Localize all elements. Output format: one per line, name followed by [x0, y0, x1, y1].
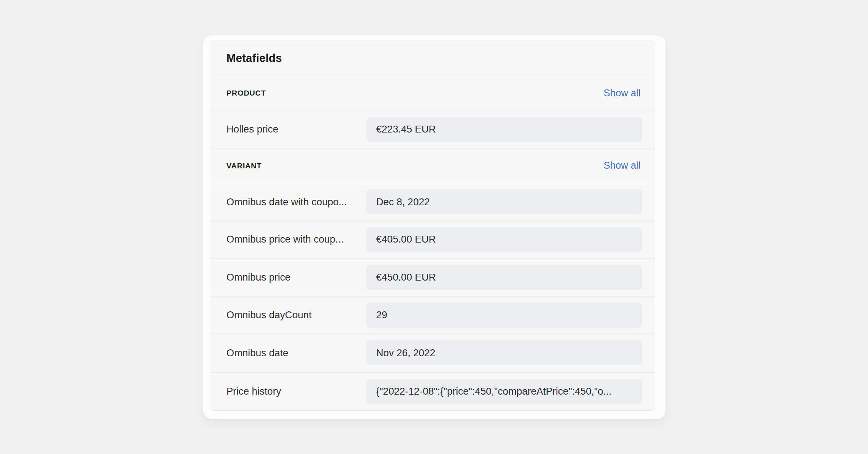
field-value-box-omnibus-date[interactable]: Nov 26, 2022 [366, 340, 642, 365]
field-value-box-omnibus-date-with-coupon[interactable]: Dec 8, 2022 [366, 189, 642, 214]
section-header-product: PRODUCT Show all [210, 76, 655, 110]
metafields-card: Metafields PRODUCT Show all Holles price… [210, 41, 655, 411]
section-header-variant: VARIANT Show all [210, 148, 655, 183]
field-row-omnibus-price: Omnibus price €450.00 EUR [210, 258, 655, 297]
field-value-box-holles-price[interactable]: €223.45 EUR [366, 117, 642, 142]
page-background: Metafields PRODUCT Show all Holles price… [0, 0, 868, 454]
show-all-link-variant[interactable]: Show all [604, 160, 641, 171]
field-label: Price history [210, 386, 366, 397]
field-label: Omnibus price [210, 272, 366, 283]
card-title: Metafields [226, 52, 282, 65]
field-row-omnibus-date: Omnibus date Nov 26, 2022 [210, 333, 655, 373]
field-label: Omnibus dayCount [210, 309, 366, 321]
section-title-variant: VARIANT [226, 161, 261, 170]
section-title-product: PRODUCT [226, 89, 266, 97]
field-row-price-history: Price history {"2022-12-08":{"price":450… [210, 373, 655, 410]
metafields-card-shell: Metafields PRODUCT Show all Holles price… [203, 35, 665, 419]
field-row-omnibus-price-with-coupon: Omnibus price with coup... €405.00 EUR [210, 221, 655, 258]
field-value: €405.00 EUR [376, 234, 436, 245]
field-label: Omnibus price with coup... [210, 234, 366, 245]
field-value-box-price-history[interactable]: {"2022-12-08":{"price":450,"compareAtPri… [366, 379, 642, 404]
field-value-box-omnibus-price[interactable]: €450.00 EUR [366, 265, 642, 290]
field-value-box-omnibus-daycount[interactable]: 29 [366, 303, 642, 328]
field-value: €223.45 EUR [376, 123, 436, 135]
field-value: 29 [376, 309, 387, 321]
field-label: Holles price [210, 123, 366, 135]
show-all-link-product[interactable]: Show all [604, 88, 641, 99]
field-row-omnibus-daycount: Omnibus dayCount 29 [210, 297, 655, 334]
field-label: Omnibus date [210, 347, 366, 359]
field-value-box-omnibus-price-with-coupon[interactable]: €405.00 EUR [366, 227, 642, 252]
field-value: Nov 26, 2022 [376, 347, 435, 359]
field-value: {"2022-12-08":{"price":450,"compareAtPri… [376, 386, 612, 397]
field-row-omnibus-date-with-coupon: Omnibus date with coupo... Dec 8, 2022 [210, 183, 655, 221]
field-label: Omnibus date with coupo... [210, 196, 366, 208]
field-value: Dec 8, 2022 [376, 196, 430, 208]
field-row-holles-price: Holles price €223.45 EUR [210, 110, 655, 149]
card-header: Metafields [210, 41, 655, 76]
field-value: €450.00 EUR [376, 272, 436, 283]
